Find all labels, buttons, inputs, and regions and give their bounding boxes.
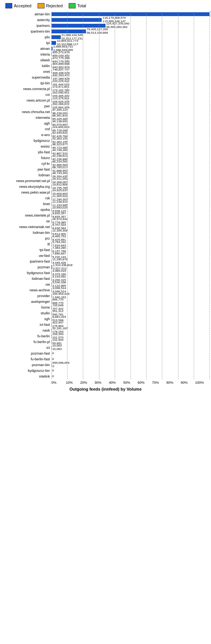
bar-area: 48,733,36126,354,435 — [51, 173, 209, 177]
bar-label: home — [2, 306, 51, 309]
bar-area: 3,096,5143,096,514 — [51, 288, 209, 292]
bar-row: astercity116,179,308,574115,966,148,147 — [2, 17, 209, 23]
bar-row: pozman-fast0 — [2, 351, 209, 356]
x-axis: 0%10%20%30%40%50%60%70%80%90%100% — [51, 381, 209, 384]
bar-label: itl — [2, 242, 51, 246]
bar-area: 131,94493,661 — [51, 340, 209, 344]
bar-row: tpi-fast7,384,2806,157,766 — [2, 247, 209, 253]
x-tick: 80% — [166, 381, 181, 384]
bar-label: cyf-kr — [2, 162, 51, 166]
bar-label: tpi-bin — [2, 81, 51, 85]
bar-label: plix-fast — [2, 150, 51, 154]
bar-row: news.eturystyka.org19,812,80819,755,789 — [2, 184, 209, 189]
bar-zero-value: 0 — [52, 375, 54, 378]
bar-values: 0 — [52, 375, 54, 378]
bar-label: pozman — [2, 265, 51, 269]
bar-row: fu-berlin156,393101,570 — [2, 334, 209, 339]
bar-row: internetia86,301,81685,345,489 — [2, 115, 209, 120]
bar-accepted — [51, 53, 52, 56]
bar-label: fu-berlin-fast — [2, 357, 51, 361]
bar-area: 24,311,05124,306,067 — [51, 179, 209, 183]
bar-row: news.netmaniak.net9,707,0249,636,564 — [2, 224, 209, 230]
bar-row: cyf-kr80,234,50032,966,582 — [2, 161, 209, 166]
bar-label: news.netmaniak.net — [2, 225, 51, 229]
bar-row: ict10,06310,063 — [2, 345, 209, 350]
bar-row: axelspringer846,770846,770 — [2, 299, 209, 304]
bar-label: bydgoszcz — [2, 139, 51, 143]
bar-row: pwr292,266,672105,864,309 — [2, 104, 209, 109]
bar-values: 655,596,0540 — [53, 361, 70, 368]
x-tick: 100% — [195, 381, 209, 384]
bar-row: lodman48,733,36126,354,435 — [2, 172, 209, 178]
bar-area: 19,812,80819,755,789 — [51, 184, 209, 189]
legend-rejected: Rejected — [38, 3, 63, 8]
bar-row: agh94,138,69384,979,867 — [2, 121, 209, 126]
bar-area: 12,394,3089,614,000 — [51, 230, 209, 235]
bar-area: 62,445,62062,426,784 — [51, 133, 209, 137]
bar-row: itl9,764,3327,634,643 — [2, 242, 209, 247]
bar-area: 5,530,3383,122,865 — [51, 282, 209, 287]
bar-row: uw-fast7,890,8475,220,143 — [2, 253, 209, 258]
bars-container: atman-bin364,022,040,503361,292,109,715a… — [2, 12, 209, 379]
bar-row: provider194,954,4191,940,163 — [2, 293, 209, 299]
bar-values: 0 — [52, 352, 54, 355]
bar-area: 68,765,01731,688,952 — [51, 167, 209, 172]
bar-total-value: 0 — [53, 365, 70, 368]
bar-label: ict-fast — [2, 323, 51, 327]
x-axis-label: Outgoing feeds (innfeed) by Volume — [2, 387, 209, 391]
bar-row: onet746,837,747406,338,029 — [2, 69, 209, 74]
bar-row: tpi10,855,521,77310,310,888,117 — [2, 40, 209, 46]
bar-label: ipartners-fast — [2, 260, 51, 263]
bar-area: 364,022,040,503361,292,109,715 — [51, 12, 209, 16]
bar-label: intelink — [2, 375, 51, 378]
bar-row: news.artcom.pl110,375,921109,926,435 — [2, 98, 209, 103]
bar-values: 0 — [52, 358, 54, 361]
bar-row: bydgoszcz-fast3,385,0193,379,160 — [2, 270, 209, 276]
x-tick: 10% — [66, 381, 80, 384]
bar-label: wsisiz — [2, 145, 51, 148]
bar-label: astercity — [2, 18, 51, 22]
bar-label: uw — [2, 283, 51, 286]
bar-area: 832,263,472197,389,926 — [51, 75, 209, 80]
bar-row: lublin804,889,668643,662,919 — [2, 63, 209, 69]
bar-area: 292,266,672105,864,309 — [51, 104, 209, 108]
bar-area: 116,179,308,574115,966,148,147 — [51, 18, 209, 22]
bar-area: 8,465,7538,425,691 — [51, 236, 209, 241]
bar-area: 124,427,376,04096,564,060,362 — [51, 23, 209, 28]
bar-row: news.promontel.net.pl24,311,05124,306,06… — [2, 178, 209, 184]
bar-area: 9,835,3579,835,357 — [51, 213, 209, 218]
bar-area: 156,393101,570 — [51, 334, 209, 338]
bar-row: intelink0 — [2, 374, 209, 379]
bar-accepted — [51, 64, 52, 68]
bar-accepted — [51, 265, 52, 269]
bar-area: 11,238,91911,233,685 — [51, 202, 209, 206]
bar-accepted — [51, 41, 56, 45]
bar-total-value: 96,564,060,362 — [106, 26, 129, 29]
bar-area: 746,837,747406,338,029 — [51, 69, 209, 74]
bar-row: studio551,312540,781 — [2, 310, 209, 316]
bar-label: nask — [2, 329, 51, 332]
bar-area: 1,510,336,8183,527,013 — [51, 265, 209, 269]
bar-accepted — [51, 24, 105, 28]
bar-area: 79,405,127,35058,513,100,669 — [51, 29, 209, 34]
x-tick: 50% — [123, 381, 137, 384]
bar-accepted — [51, 12, 209, 16]
bar-area: 7,384,2806,157,766 — [51, 248, 209, 252]
bar-row: e-wro62,445,62062,426,784 — [2, 132, 209, 138]
bar-area: 551,312540,781 — [51, 311, 209, 315]
bar-area: 0 — [51, 357, 209, 361]
bar-label: plix — [2, 35, 51, 39]
bar-area: 5,153,0923,200,315 — [51, 276, 209, 281]
bar-area: 21,088,104,54520,213,177,231 — [51, 35, 209, 39]
bar-area: 7,890,8475,220,143 — [51, 253, 209, 258]
x-tick: 20% — [80, 381, 94, 384]
bar-label: atman — [2, 47, 51, 51]
legend-rejected-color — [38, 3, 45, 8]
bar-area: 173,971,601173,192,780 — [51, 87, 209, 91]
bar-values: 0 — [52, 369, 54, 373]
bar-area: 10,855,521,77310,310,888,117 — [51, 41, 209, 45]
bar-total-value: 58,513,100,669 — [87, 31, 108, 35]
bar-accepted — [51, 30, 86, 33]
bar-label: news.pekin.waw.pl — [2, 191, 51, 194]
bar-label: ict — [2, 346, 51, 350]
